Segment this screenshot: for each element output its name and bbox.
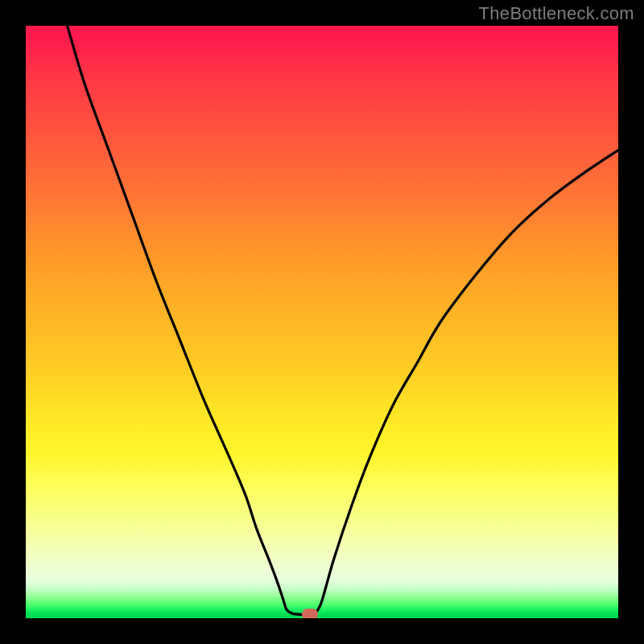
chart-container: TheBottleneck.com — [0, 0, 644, 644]
watermark-text: TheBottleneck.com — [479, 3, 634, 24]
bottleneck-curve — [26, 26, 618, 618]
plot-area — [26, 26, 618, 618]
optimal-point-marker — [302, 609, 318, 618]
